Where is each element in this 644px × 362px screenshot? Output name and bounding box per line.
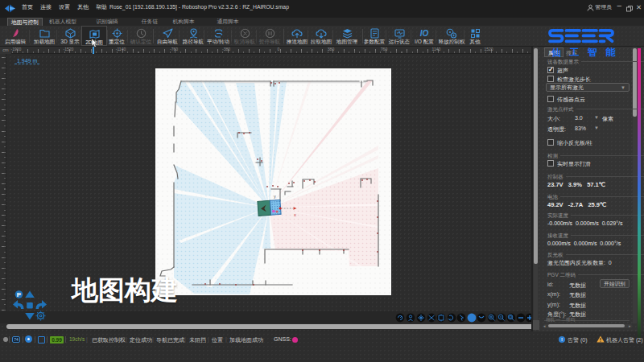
svg-text:x: x (294, 212, 296, 217)
svg-text:y: y (274, 194, 276, 199)
svg-text:P: P (17, 291, 22, 298)
